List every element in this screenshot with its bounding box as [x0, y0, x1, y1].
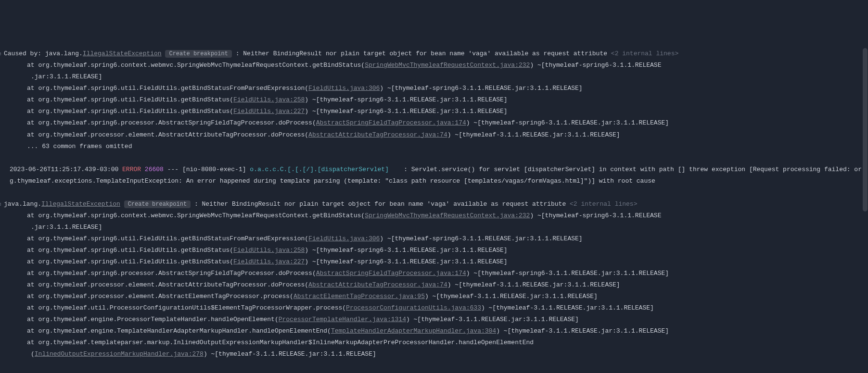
console-output: ⊞Caused by: java.lang.IllegalStateExcept… — [4, 48, 864, 360]
source-link[interactable]: FieldUtils.java:227 — [233, 258, 305, 265]
stack-text: at org.thymeleaf.processor.element.Abstr… — [27, 131, 308, 138]
log-logger: o.a.c.c.C.[.[.[/].[dispatcherServlet] — [250, 166, 400, 173]
source-link[interactable]: ProcessorTemplateHandler.java:1314 — [279, 316, 406, 323]
stack-frame: at org.thymeleaf.spring6.util.FieldUtils… — [4, 245, 864, 256]
expand-icon[interactable]: ⊞ — [0, 200, 4, 210]
source-link[interactable]: SpringWebMvcThymeleafRequestContext.java… — [365, 212, 530, 219]
stack-cont: .jar:3.1.1.RELEASE] — [31, 224, 102, 231]
stack-frame: at org.thymeleaf.spring6.context.webmvc.… — [4, 60, 864, 71]
stack-frame: at org.thymeleaf.templateparser.markup.I… — [4, 337, 864, 348]
stack-text: at org.thymeleaf.spring6.util.FieldUtils… — [27, 96, 233, 103]
stack-suffix: ) ~[thymeleaf-spring6-3.1.1.RELEASE.jar:… — [305, 96, 507, 103]
source-link[interactable]: AbstractAttributeTagProcessor.java:74 — [308, 131, 447, 138]
stack-suffix: ) ~[thymeleaf-3.1.1.RELEASE.jar:3.1.1.RE… — [447, 131, 620, 138]
stack-frame: at org.thymeleaf.engine.ProcessorTemplat… — [4, 314, 864, 325]
exception-message: : Neither BindingResult nor plain target… — [191, 200, 570, 208]
stack-text: at org.thymeleaf.engine.ProcessorTemplat… — [27, 316, 279, 323]
stack-text: at org.thymeleaf.spring6.util.FieldUtils… — [27, 85, 308, 92]
source-link[interactable]: AbstractSpringFieldTagProcessor.java:174 — [316, 270, 466, 277]
stack-text: at org.thymeleaf.processor.element.Abstr… — [27, 293, 294, 300]
stack-suffix: ) ~[thymeleaf-3.1.1.RELEASE.jar:3.1.1.RE… — [204, 350, 376, 358]
stack-frame: at org.thymeleaf.processor.element.Abstr… — [4, 291, 864, 302]
stack-frame: at org.thymeleaf.spring6.context.webmvc.… — [4, 210, 864, 222]
scrollbar-thumb[interactable] — [863, 48, 868, 211]
stack-suffix: ) ~[thymeleaf-spring6-3.1.1.RELEASE.jar:… — [380, 85, 582, 92]
log-pid: 26608 — [141, 166, 164, 173]
source-link[interactable]: AbstractElementTagProcessor.java:95 — [294, 293, 425, 300]
stack-suffix: ) ~[thymeleaf-spring6-3.1.1.RELEASE — [530, 62, 661, 69]
stack-suffix: ) ~[thymeleaf-3.1.1.RELEASE.jar:3.1.1.RE… — [496, 327, 669, 335]
frames-omitted: ... 63 common frames omitted — [27, 143, 132, 150]
internal-lines-link[interactable]: <2 internal lines> — [611, 50, 678, 57]
source-link[interactable]: InlinedOutputExpressionMarkupHandler.jav… — [35, 350, 204, 358]
source-link[interactable]: FieldUtils.java:227 — [233, 108, 305, 115]
create-breakpoint-button[interactable]: Create breakpoint — [165, 50, 231, 58]
stack-cont: .jar:3.1.1.RELEASE] — [31, 73, 102, 80]
stack-suffix: ) ~[thymeleaf-spring6-3.1.1.RELEASE.jar:… — [305, 258, 507, 265]
stack-suffix: ) ~[thymeleaf-spring6-3.1.1.RELEASE.jar:… — [305, 108, 507, 115]
expand-icon[interactable]: ⊞ — [0, 50, 4, 59]
log-entry: 2023-06-26T11:25:17.439-03:00 ERROR 2660… — [4, 164, 864, 187]
stack-text: at org.thymeleaf.spring6.util.FieldUtils… — [27, 235, 308, 242]
create-breakpoint-button[interactable]: Create breakpoint — [124, 200, 191, 208]
stack-text: at org.thymeleaf.engine.TemplateHandlerA… — [27, 327, 331, 335]
stack-suffix: ) ~[thymeleaf-3.1.1.RELEASE.jar:3.1.1.RE… — [447, 281, 620, 288]
stack-text: at org.thymeleaf.spring6.util.FieldUtils… — [27, 258, 233, 265]
stack-suffix: ) ~[thymeleaf-spring6-3.1.1.RELEASE.jar:… — [466, 270, 669, 277]
stack-text: at org.thymeleaf.spring6.context.webmvc.… — [27, 212, 365, 219]
source-link[interactable]: AbstractAttributeTagProcessor.java:74 — [308, 281, 447, 288]
stack-frame: at org.thymeleaf.spring6.processor.Abstr… — [4, 268, 864, 279]
source-link[interactable]: AbstractSpringFieldTagProcessor.java:174 — [316, 119, 466, 126]
exception-prefix: Caused by: java.lang. — [4, 50, 83, 57]
source-link[interactable]: FieldUtils.java:258 — [233, 96, 305, 103]
log-level: ERROR — [122, 166, 141, 173]
stack-text: at org.thymeleaf.util.ProcessorConfigura… — [27, 304, 346, 311]
exception-type-link[interactable]: IllegalStateException — [41, 200, 120, 208]
stack-text: at org.thymeleaf.spring6.util.FieldUtils… — [27, 108, 233, 115]
stack-text: at org.thymeleaf.spring6.processor.Abstr… — [27, 119, 316, 126]
stack-text: at org.thymeleaf.spring6.context.webmvc.… — [27, 62, 365, 69]
stack-suffix: ) ~[thymeleaf-3.1.1.RELEASE.jar:3.1.1.RE… — [425, 293, 598, 300]
stack-frame: at org.thymeleaf.spring6.util.FieldUtils… — [4, 83, 864, 94]
source-link[interactable]: FieldUtils.java:306 — [308, 85, 380, 92]
stack-suffix: ) ~[thymeleaf-3.1.1.RELEASE.jar:3.1.1.RE… — [481, 304, 654, 311]
exception-type-link[interactable]: IllegalStateException — [83, 50, 162, 57]
stack-text: at org.thymeleaf.spring6.processor.Abstr… — [27, 270, 316, 277]
stack-frame: at org.thymeleaf.engine.TemplateHandlerA… — [4, 325, 864, 337]
exception-message: : Neither BindingResult nor plain target… — [232, 50, 611, 57]
stack-text: at org.thymeleaf.templateparser.markup.I… — [27, 339, 534, 346]
stack-frame: at org.thymeleaf.spring6.util.FieldUtils… — [4, 106, 864, 117]
internal-lines-link[interactable]: <2 internal lines> — [570, 200, 637, 208]
stack-suffix: ) ~[thymeleaf-spring6-3.1.1.RELEASE — [530, 212, 661, 219]
source-link[interactable]: ProcessorConfigurationUtils.java:633 — [346, 304, 481, 311]
stack-frame: at org.thymeleaf.spring6.util.FieldUtils… — [4, 256, 864, 268]
stack-frame: at org.thymeleaf.processor.element.Abstr… — [4, 129, 864, 141]
stack-suffix: ) ~[thymeleaf-spring6-3.1.1.RELEASE.jar:… — [380, 235, 582, 242]
log-thread: [nio-8080-exec-1] — [182, 166, 250, 173]
stack-text: at org.thymeleaf.processor.element.Abstr… — [27, 281, 308, 288]
stack-frame: at org.thymeleaf.spring6.util.FieldUtils… — [4, 94, 864, 106]
stack-suffix: ) ~[thymeleaf-spring6-3.1.1.RELEASE.jar:… — [466, 119, 669, 126]
scrollbar[interactable] — [862, 0, 868, 373]
exception-prefix: java.lang. — [4, 200, 41, 208]
stack-text: at org.thymeleaf.spring6.util.FieldUtils… — [27, 247, 233, 254]
source-link[interactable]: FieldUtils.java:306 — [308, 235, 380, 242]
log-timestamp: 2023-06-26T11:25:17.439-03:00 — [10, 166, 122, 173]
stack-frame: at org.thymeleaf.util.ProcessorConfigura… — [4, 302, 864, 314]
source-link[interactable]: SpringWebMvcThymeleafRequestContext.java… — [365, 62, 530, 69]
stack-frame: at org.thymeleaf.processor.element.Abstr… — [4, 279, 864, 291]
stack-suffix: ) ~[thymeleaf-3.1.1.RELEASE.jar:3.1.1.RE… — [406, 316, 579, 323]
source-link[interactable]: FieldUtils.java:258 — [233, 247, 305, 254]
stack-suffix: ) ~[thymeleaf-spring6-3.1.1.RELEASE.jar:… — [305, 247, 507, 254]
stack-frame: at org.thymeleaf.spring6.util.FieldUtils… — [4, 233, 864, 245]
stack-frame: at org.thymeleaf.spring6.processor.Abstr… — [4, 117, 864, 129]
source-link[interactable]: TemplateHandlerAdapterMarkupHandler.java… — [331, 327, 496, 335]
